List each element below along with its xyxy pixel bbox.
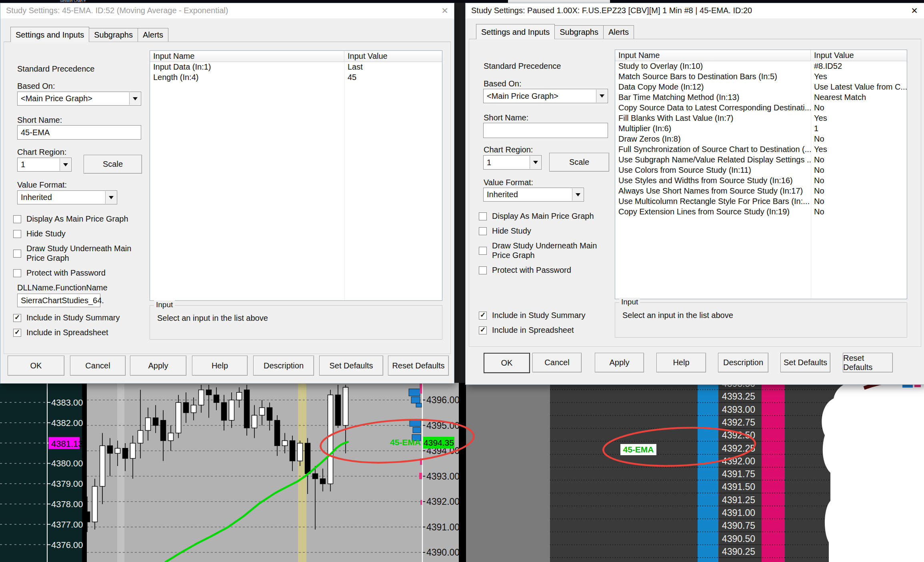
column-header-input-name[interactable]: Input Name: [150, 51, 344, 62]
close-icon[interactable]: ✕: [439, 5, 451, 16]
table-row[interactable]: Bar Time Matching Method (In:13)Nearest …: [615, 92, 907, 103]
checkbox-label: Include in Study Summary: [492, 311, 585, 320]
dialog-titlebar[interactable]: Study Settings: Paused 1.00X: F.US.EPZ23…: [466, 3, 924, 18]
dll-input[interactable]: SierraChartStudies_64.: [17, 294, 100, 307]
cell-input-value: No: [811, 165, 907, 176]
tab-alerts[interactable]: Alerts: [603, 25, 634, 39]
tab-subgraphs[interactable]: Subgraphs: [89, 28, 138, 42]
table-row[interactable]: Data Copy Mode (In:12)Use Latest Value f…: [615, 82, 907, 92]
apply-button[interactable]: Apply: [130, 356, 186, 376]
based-on-select[interactable]: <Main Price Graph>: [483, 89, 608, 103]
value-format-select[interactable]: Inherited: [483, 188, 584, 202]
table-row[interactable]: Use Subgraph Name/Value Related Display …: [615, 155, 907, 165]
cell-input-name: Data Copy Mode (In:12): [615, 82, 811, 92]
checkbox-include-in-study-summary[interactable]: ✓: [479, 312, 487, 320]
table-row[interactable]: Length (In:4)45: [150, 72, 442, 83]
short-name-label: Short Name:: [484, 113, 528, 122]
chart-region-select[interactable]: 1: [17, 158, 72, 172]
checkbox-include-in-spreadsheet[interactable]: ✓: [479, 326, 487, 334]
column-header-input-value[interactable]: Input Value: [811, 50, 907, 61]
table-row[interactable]: Copy Extension Lines from Source Study (…: [615, 207, 907, 217]
cancel-button[interactable]: Cancel: [70, 356, 126, 376]
checkbox-include-in-spreadsheet[interactable]: ✓: [13, 329, 21, 337]
cell-input-name: Use Multicolumn Rectangle Style For Pric…: [615, 196, 811, 207]
scale-button[interactable]: Scale: [549, 153, 609, 172]
cell-input-value: Yes: [811, 113, 907, 124]
set-defaults-button[interactable]: Set Defaults: [780, 353, 830, 372]
checkbox-draw-study-underneath-main-price-graph[interactable]: [13, 250, 21, 258]
column-header-input-value[interactable]: Input Value: [344, 51, 442, 62]
table-row[interactable]: Study to Overlay (In:10)#8.ID52: [615, 61, 907, 72]
study-settings-dialog-left: Study Settings: 45-EMA. ID:52 (Moving Av…: [0, 3, 454, 384]
input-groupbox: Input Select an input in the list above: [150, 305, 442, 340]
chevron-down-icon[interactable]: [530, 156, 541, 169]
inputs-table[interactable]: Input NameInput ValueStudy to Overlay (I…: [615, 50, 907, 299]
inputs-table[interactable]: Input NameInput ValueInput Data (In:1)La…: [150, 50, 442, 301]
checkbox-row-draw-study-underneath-main-price-graph: Draw Study Underneath Main Price Graph: [13, 244, 145, 263]
chevron-down-icon[interactable]: [572, 188, 583, 201]
table-row[interactable]: Full Synchronization of Source Chart to …: [615, 144, 907, 155]
checkbox-include-in-study-summary[interactable]: ✓: [13, 314, 21, 322]
ok-button[interactable]: OK: [8, 356, 64, 376]
checkbox-hide-study[interactable]: [13, 230, 21, 238]
checkbox-protect-with-password[interactable]: [479, 266, 487, 274]
value-format-select[interactable]: Inherited: [17, 190, 117, 204]
chevron-down-icon[interactable]: [129, 92, 140, 105]
chevron-down-icon[interactable]: [596, 90, 607, 102]
svg-text:4381.13: 4381.13: [51, 439, 83, 449]
table-row[interactable]: Fill Blanks With Last Value (In:7)Yes: [615, 113, 907, 124]
checkbox-hide-study[interactable]: [479, 227, 487, 235]
cell-input-name: Study to Overlay (In:10): [615, 61, 811, 72]
scale-button[interactable]: Scale: [84, 155, 142, 174]
dialog-title: Study Settings: 45-EMA. ID:52 (Moving Av…: [6, 6, 228, 15]
chevron-down-icon[interactable]: [60, 158, 71, 171]
reset-defaults-button[interactable]: Reset Defaults: [843, 353, 893, 372]
cell-input-value: No: [811, 207, 907, 217]
checkbox-display-as-main-price-graph[interactable]: [479, 212, 487, 220]
input-groupbox-text: Select an input in the list above: [157, 314, 268, 323]
value-format-label: Value Format:: [17, 180, 67, 190]
checkbox-display-as-main-price-graph[interactable]: [13, 215, 21, 223]
based-on-select[interactable]: <Main Price Graph>: [17, 92, 141, 106]
cell-input-value: No: [811, 103, 907, 113]
based-on-label: Based On:: [17, 82, 55, 91]
charts-canvas[interactable]: 4396.004395.004394.004393.004392.004391.…: [0, 383, 924, 562]
column-header-input-name[interactable]: Input Name: [615, 50, 811, 61]
cell-input-name: Draw Zeros (In:8): [615, 134, 811, 144]
tab-settings-and-inputs[interactable]: Settings and Inputs: [10, 27, 89, 42]
ok-button[interactable]: OK: [484, 353, 530, 373]
table-row[interactable]: Use Multicolumn Rectangle Style For Pric…: [615, 196, 907, 207]
description-button[interactable]: Description: [253, 356, 314, 376]
apply-button[interactable]: Apply: [595, 353, 644, 372]
table-row[interactable]: Use Styles and Widths from Source Study …: [615, 176, 907, 186]
table-row[interactable]: Always Use Short Names from Source Study…: [615, 186, 907, 196]
chart-region-select[interactable]: 1: [483, 155, 542, 170]
dialog-titlebar[interactable]: Study Settings: 45-EMA. ID:52 (Moving Av…: [0, 3, 454, 18]
checkbox-row-include-in-spreadsheet: ✓Include in Spreadsheet: [479, 326, 615, 335]
table-row[interactable]: Match Source Bars to Destination Bars (I…: [615, 72, 907, 82]
tab-subgraphs[interactable]: Subgraphs: [554, 25, 604, 39]
cancel-button[interactable]: Cancel: [532, 353, 582, 372]
help-button[interactable]: Help: [192, 356, 248, 376]
description-button[interactable]: Description: [718, 353, 768, 372]
table-row[interactable]: Use Colors from Source Study (In:11)No: [615, 165, 907, 176]
column-divider[interactable]: [811, 61, 811, 299]
checkbox-protect-with-password[interactable]: [13, 269, 21, 277]
checkbox-draw-study-underneath-main-price-graph[interactable]: [479, 247, 487, 255]
reset-defaults-button[interactable]: Reset Defaults: [388, 356, 449, 376]
chevron-down-icon[interactable]: [105, 191, 116, 204]
tab-settings-and-inputs[interactable]: Settings and Inputs: [476, 24, 555, 39]
set-defaults-button[interactable]: Set Defaults: [319, 356, 383, 376]
svg-text:4375.00: 4375.00: [51, 560, 83, 562]
table-row[interactable]: Draw Zeros (In:8)No: [615, 134, 907, 144]
table-row[interactable]: Input Data (In:1)Last: [150, 62, 442, 72]
tab-alerts[interactable]: Alerts: [138, 28, 168, 42]
table-row[interactable]: Copy Source Data to Latest Corresponding…: [615, 103, 907, 113]
svg-text:4391.25: 4391.25: [722, 495, 755, 505]
help-button[interactable]: Help: [656, 353, 706, 372]
table-row[interactable]: Multiplier (In:6)1: [615, 124, 907, 134]
close-icon[interactable]: ✕: [908, 5, 920, 16]
column-divider[interactable]: [344, 62, 345, 300]
short-name-input[interactable]: 45-EMA: [17, 125, 141, 140]
short-name-input[interactable]: [483, 123, 608, 138]
